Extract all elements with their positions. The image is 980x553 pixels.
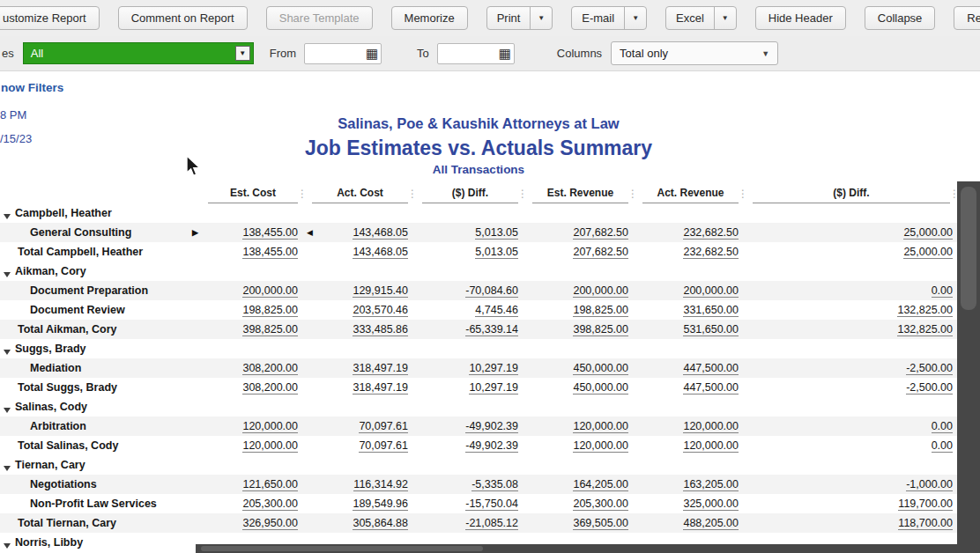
collapse-triangle-icon[interactable] [4, 272, 11, 277]
table-row[interactable]: Salinas, Cody [0, 397, 957, 417]
cell-value[interactable]: 120,000.00 [201, 420, 305, 432]
cell-value[interactable]: 398,825.00 [525, 323, 635, 335]
cell-value[interactable]: 207,682.50 [525, 226, 635, 239]
cell-value[interactable]: 198,825.00 [525, 304, 635, 316]
cell-value[interactable]: 232,682.50 [635, 246, 746, 258]
cell-value[interactable]: 398,825.00 [201, 323, 305, 335]
table-row[interactable]: Document Preparation200,000.00129,915.40… [0, 281, 957, 300]
amount-value[interactable]: 325,000.00 [683, 498, 739, 511]
columns-dropdown-arrow-icon[interactable]: ▼ [761, 49, 769, 58]
amount-value[interactable]: 120,000.00 [242, 420, 298, 433]
cell-value[interactable]: -1,000.00 [746, 478, 957, 490]
amount-value[interactable]: 143,468.05 [353, 226, 408, 240]
cell-value[interactable]: 0.00 [746, 420, 957, 432]
cell-value[interactable]: 308,200.00 [201, 381, 305, 394]
cell-value[interactable]: 70,097.61 [305, 420, 415, 432]
cell-value[interactable]: 318,497.19 [305, 381, 415, 394]
cell-value[interactable]: 189,549.96 [305, 498, 415, 510]
cell-value[interactable]: 450,000.00 [525, 381, 635, 394]
cell-value[interactable]: 120,000.00 [525, 420, 635, 432]
amount-value[interactable]: -65,339.14 [465, 323, 518, 336]
cell-value[interactable]: -15,750.04 [415, 498, 525, 510]
table-row[interactable]: Aikman, Cory [0, 262, 957, 281]
cell-value[interactable]: 25,000.00 [746, 226, 957, 239]
horizontal-scrollbar-thumb[interactable] [201, 546, 483, 551]
amount-value[interactable]: 4,745.46 [475, 304, 518, 317]
amount-value[interactable]: -15,750.04 [465, 498, 518, 511]
cell-value[interactable]: 318,497.19 [305, 362, 415, 374]
refresh-button[interactable]: Refresh [954, 6, 980, 30]
amount-value[interactable]: 120,000.00 [242, 439, 298, 453]
cell-value[interactable]: 200,000.00 [525, 284, 635, 297]
amount-value[interactable]: 326,950.00 [242, 517, 298, 530]
amount-value[interactable]: 331,650.00 [683, 304, 739, 317]
memorize-button[interactable]: Memorize [391, 6, 468, 30]
amount-value[interactable]: -49,902.39 [465, 420, 518, 433]
cell-value[interactable]: 0.00 [746, 284, 957, 297]
cell-value[interactable]: 119,700.00 [746, 498, 957, 510]
amount-value[interactable]: 132,825.00 [897, 304, 953, 317]
cell-value[interactable]: 118,700.00 [746, 517, 957, 529]
amount-value[interactable]: -2,500.00 [906, 381, 953, 394]
cell-value[interactable]: 4,745.46 [415, 304, 525, 316]
amount-value[interactable]: -5,335.08 [471, 478, 518, 491]
amount-value[interactable]: 488,205.00 [683, 517, 739, 530]
amount-value[interactable]: 200,000.00 [573, 284, 628, 298]
print-button[interactable]: Print ▼ [486, 6, 553, 30]
cell-value[interactable]: -49,902.39 [415, 439, 525, 452]
amount-value[interactable]: 369,505.00 [573, 517, 628, 530]
cell-value[interactable]: 70,097.61 [305, 439, 415, 452]
cell-value[interactable]: 121,650.00 [201, 478, 305, 490]
collapse-triangle-icon[interactable] [4, 350, 11, 355]
cell-value[interactable]: 120,000.00 [201, 439, 305, 452]
amount-value[interactable]: -49,902.39 [465, 439, 518, 453]
calendar-icon[interactable]: ▦ [366, 47, 378, 60]
cell-value[interactable]: -21,085.12 [415, 517, 525, 529]
cell-value[interactable]: 132,825.00 [746, 323, 957, 335]
table-row[interactable]: Arbitration120,000.0070,097.61-49,902.39… [0, 417, 957, 436]
cell-value[interactable]: 5,013.05 [415, 246, 525, 258]
amount-value[interactable]: 120,000.00 [683, 420, 739, 433]
amount-value[interactable]: 10,297.19 [469, 362, 518, 375]
cell-value[interactable]: 0.00 [746, 439, 957, 452]
amount-value[interactable]: 531,650.00 [683, 323, 739, 336]
amount-value[interactable]: 200,000.00 [242, 284, 298, 298]
amount-value[interactable]: 5,013.05 [475, 246, 518, 259]
amount-value[interactable]: 138,455.00 [242, 226, 298, 240]
amount-value[interactable]: 333,485.86 [353, 323, 408, 336]
cell-value[interactable]: 200,000.00 [201, 284, 305, 297]
table-row[interactable]: Total Campbell, Heather138,455.00143,468… [0, 242, 957, 262]
cell-value[interactable]: -49,902.39 [415, 420, 525, 432]
table-row[interactable]: Total Suggs, Brady308,200.00318,497.1910… [0, 378, 957, 397]
amount-value[interactable]: 207,682.50 [573, 226, 628, 240]
amount-value[interactable]: 308,200.00 [242, 362, 298, 375]
amount-value[interactable]: 120,000.00 [573, 420, 628, 433]
amount-value[interactable]: 205,300.00 [242, 498, 298, 511]
cell-value[interactable]: 5,013.05 [415, 226, 525, 239]
amount-value[interactable]: 138,455.00 [242, 246, 298, 259]
cell-value[interactable]: 205,300.00 [525, 498, 635, 510]
collapse-triangle-icon[interactable] [4, 466, 11, 471]
cell-value[interactable]: 143,468.05 [305, 246, 415, 258]
cell-value[interactable]: -5,335.08 [415, 478, 525, 490]
table-row[interactable]: Total Salinas, Cody120,000.0070,097.61-4… [0, 436, 957, 455]
cell-value[interactable]: -2,500.00 [746, 381, 957, 394]
cell-value[interactable]: 120,000.00 [635, 439, 746, 452]
amount-value[interactable]: 308,200.00 [242, 381, 298, 394]
amount-value[interactable]: 189,549.96 [353, 498, 408, 511]
amount-value[interactable]: 203,570.46 [353, 304, 408, 317]
customize-report-button[interactable]: ustomize Report [0, 6, 100, 30]
amount-value[interactable]: 198,825.00 [573, 304, 628, 317]
cell-value[interactable]: 138,455.00 [201, 246, 305, 258]
amount-value[interactable]: 398,825.00 [573, 323, 628, 336]
cell-value[interactable]: 488,205.00 [635, 517, 746, 529]
amount-value[interactable]: 10,297.19 [469, 381, 518, 394]
cell-value[interactable]: 331,650.00 [635, 304, 746, 316]
cell-value[interactable]: 25,000.00 [746, 246, 957, 258]
share-template-button[interactable]: Share Template [266, 6, 373, 30]
table-row[interactable]: Negotiations121,650.00116,314.92-5,335.0… [0, 475, 957, 494]
cell-value[interactable]: 138,455.00◀ [201, 226, 305, 239]
cell-value[interactable]: 116,314.92 [305, 478, 415, 490]
excel-dropdown-arrow-icon[interactable]: ▼ [714, 7, 736, 29]
dates-dropdown[interactable]: All ▼ [23, 42, 254, 64]
